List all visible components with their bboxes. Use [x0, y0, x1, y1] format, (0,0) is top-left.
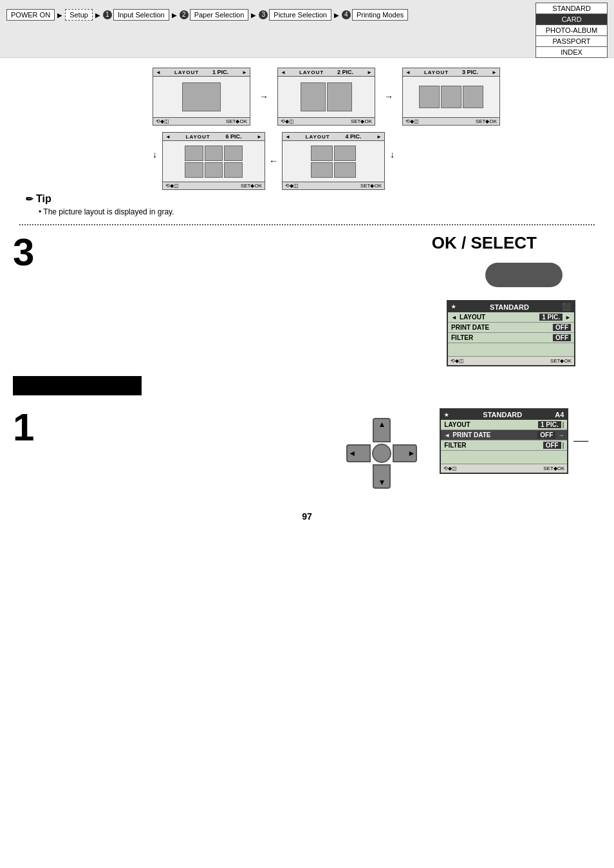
step1-lcd-wrapper: ★ STANDARD A4 LAYOUT 1 PIC. | ◄ PRINT DA…: [440, 408, 588, 474]
breadcrumb-picture: 3 Picture Selection: [259, 9, 331, 21]
ok-button-area: [51, 263, 563, 287]
layout-content-6pic: [163, 141, 265, 182]
top-row: ◄ LAYOUT 1 PIC. ► ⟲◆◫ SET◆OK → ◄ LAY: [153, 68, 500, 126]
lcd-footer-step3: ⟲◆◫ SET◆OK: [448, 356, 574, 365]
lcd-right-arrow: ──: [573, 435, 588, 447]
layout-right-arrow-6: ►: [257, 134, 262, 140]
dpad-up-arrow: ▲: [378, 420, 386, 429]
layout-content-3pic: [403, 77, 499, 117]
lcd-header-step3: ★ STANDARD ⬛: [448, 301, 574, 312]
layout-box-4pic-header: ◄ LAYOUT 4 PIC. ►: [283, 133, 384, 141]
lcd-layout-value-1: 1 PIC.: [538, 421, 561, 428]
dpad-center[interactable]: [372, 444, 391, 463]
layout-label-2: LAYOUT: [299, 70, 324, 75]
mode-index[interactable]: INDEX: [536, 47, 607, 57]
step1-number: 1: [13, 406, 34, 449]
dpad-area: ▲ ▼ ◄ ►: [343, 408, 420, 498]
layout-box-2pic: ◄ LAYOUT 2 PIC. ► ⟲◆◫ SET◆OK: [277, 68, 375, 126]
layout-box-3pic: ◄ LAYOUT 3 PIC. ► ⟲◆◫ SET◆OK: [402, 68, 500, 126]
lcd-title-3: STANDARD: [490, 303, 529, 311]
step3-number: 3: [13, 231, 34, 274]
lcd-filter-label-1: FILTER: [444, 442, 543, 449]
layout-label-1: LAYOUT: [174, 70, 199, 75]
footer-left-3: ⟲◆◫: [405, 118, 419, 124]
lcd-printdate-value-1: OFF: [537, 431, 555, 439]
lcd-footer-right-3: SET◆OK: [550, 358, 572, 364]
mode-standard[interactable]: STANDARD: [536, 3, 607, 14]
breadcrumb-picture-label: Picture Selection: [269, 9, 331, 21]
pic-cell-1: [182, 82, 221, 111]
layout-box-6pic-header: ◄ LAYOUT 6 PIC. ►: [163, 133, 265, 141]
left-bottom: ↓ ◄ LAYOUT 6 PIC. ►: [153, 129, 395, 190]
bottom-row: ↓ ◄ LAYOUT 6 PIC. ►: [153, 132, 395, 190]
bottom-section: ↓ ◄ LAYOUT 6 PIC. ►: [153, 129, 500, 190]
layout-pic-4: 4 PIC.: [345, 133, 361, 140]
pic-cell-6: [185, 146, 243, 178]
layout-left-arrow-3: ◄: [405, 70, 411, 75]
breadcrumb-setup-label: Setup: [65, 9, 93, 21]
mode-passport[interactable]: PASSPORT: [536, 36, 607, 47]
layout-footer-4pic: ⟲◆◫ SET◆OK: [283, 182, 384, 189]
lcd-icon-3: ⬛: [562, 303, 571, 311]
layout-label-4: LAYOUT: [306, 134, 330, 140]
lcd-spacer-1: [441, 451, 567, 464]
layout-right-arrow-4: ►: [377, 134, 382, 140]
layout-content-1pic: [153, 77, 250, 117]
layout-footer-2pic: ⟲◆◫ SET◆OK: [278, 117, 375, 125]
page-number: 97: [13, 511, 601, 522]
layout-left-arrow: ◄: [156, 70, 161, 75]
lcd-star-1: ★: [444, 412, 449, 418]
footer-left-1: ⟲◆◫: [156, 118, 169, 124]
layout-right-arrow-3: ►: [492, 70, 497, 75]
lcd-layout-label-1: LAYOUT: [444, 421, 538, 428]
footer-right-6: SET◆OK: [241, 183, 262, 189]
tip-text: • The picture layout is displayed in gra…: [39, 207, 588, 216]
layout-box-1pic: ◄ LAYOUT 1 PIC. ► ⟲◆◫ SET◆OK: [153, 68, 250, 126]
tip-section: ✏ Tip • The picture layout is displayed …: [26, 193, 588, 216]
lcd-row2-right-arrow-1: →: [558, 432, 564, 439]
breadcrumb-num-1: 1: [103, 10, 112, 19]
pic-cell-3: [419, 86, 483, 108]
dpad-controller: ▲ ▼ ◄ ►: [343, 415, 420, 492]
lcd-row2-left-arrow-1: ◄: [444, 432, 450, 439]
lcd-printdate-label-1: PRINT DATE: [452, 431, 537, 439]
layout-label-6: LAYOUT: [186, 134, 210, 140]
lcd-layout-value-3: 1 PIC.: [539, 314, 563, 321]
breadcrumb-num-3: 3: [259, 10, 268, 19]
layout-right-arrow: ►: [242, 70, 247, 75]
lcd-screen-step3: ★ STANDARD ⬛ ◄ LAYOUT 1 PIC. ► PRINT DAT…: [447, 300, 575, 366]
breadcrumb-num-2: 2: [180, 10, 189, 19]
breadcrumb-power-on-label: POWER ON: [6, 9, 55, 21]
layout-box-1pic-header: ◄ LAYOUT 1 PIC. ►: [153, 68, 250, 77]
mode-photo-album[interactable]: PHOTO-ALBUM: [536, 25, 607, 36]
lcd-row2-step1: ◄ PRINT DATE OFF →: [441, 430, 567, 440]
black-bar: [13, 376, 142, 395]
pic-cell-2: [301, 82, 352, 111]
arrow-1: ▶: [57, 12, 62, 19]
arrow-3: ▶: [172, 12, 177, 19]
step1-body: ▲ ▼ ◄ ► ★ STANDARD A4: [51, 408, 601, 498]
lcd-filter-value-1: OFF: [543, 442, 561, 449]
v-arrow-group: ↓: [153, 149, 157, 160]
tip-title: ✏ Tip: [26, 193, 588, 205]
breadcrumb-num-4: 4: [342, 10, 351, 19]
lcd-row1-step1: LAYOUT 1 PIC. |: [441, 420, 567, 430]
dpad-down-arrow: ▼: [378, 478, 386, 487]
header: POWER ON ▶ Setup ▶ 1 Input Selection ▶ 2…: [0, 0, 614, 58]
arrow-2: ▶: [95, 12, 100, 19]
dpad-right-arrow: ►: [407, 449, 415, 458]
layout-right-arrow-2: ►: [367, 70, 372, 75]
layout-left-arrow-6: ◄: [165, 134, 171, 140]
lcd-row1-right-arrow: ►: [565, 314, 571, 321]
mode-card[interactable]: CARD: [536, 14, 607, 25]
lcd-row1-step3: ◄ LAYOUT 1 PIC. ►: [448, 312, 574, 323]
step1-section: 1 ▲ ▼ ◄ ►: [13, 408, 601, 498]
lcd-header-step1: ★ STANDARD A4: [441, 410, 567, 420]
layout-label-3: LAYOUT: [424, 70, 449, 75]
ok-button-shape[interactable]: [485, 263, 563, 287]
footer-right-2: SET◆OK: [351, 118, 372, 124]
black-bar-section: [13, 376, 601, 395]
lcd-row1-pipe: |: [563, 421, 564, 428]
layout-pic-1: 1 PIC.: [212, 69, 228, 75]
breadcrumb-power-on: POWER ON: [6, 9, 55, 21]
